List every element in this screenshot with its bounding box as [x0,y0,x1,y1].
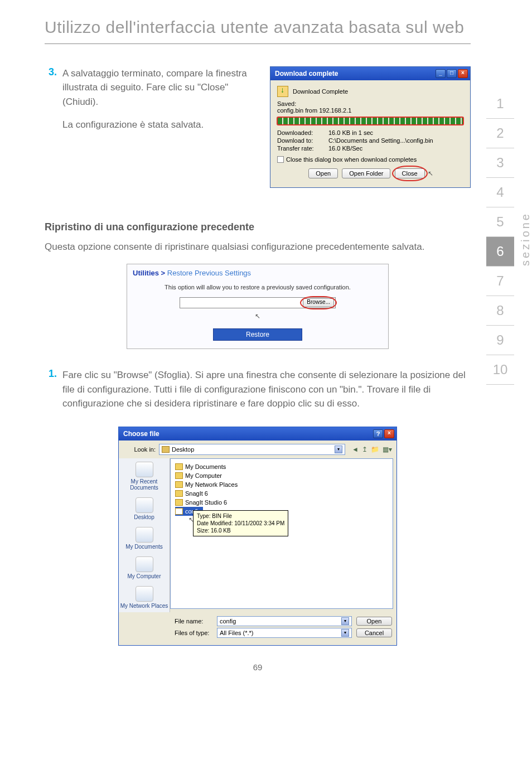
tooltip-size: Size: 16.0 KB [197,527,284,534]
places-bar: My Recent Documents Desktop My Documents… [119,458,170,612]
place-mycomputer-label: My Computer [127,573,161,579]
nav-3[interactable]: 3 [486,148,514,178]
place-mydocs-label: My Documents [125,544,163,550]
file-label: My Computer [185,472,222,479]
nav-7[interactable]: 7 [486,267,514,296]
restore-intro: Questa opzione consente di ripristinare … [45,240,471,254]
saved-value: config.bin from 192.168.2.1 [277,107,463,114]
nav-1[interactable]: 1 [486,89,514,119]
up-icon[interactable]: ↥ [362,446,367,453]
app-icon [175,499,183,506]
place-mydocs[interactable]: My Documents [119,524,170,553]
tooltip-type: Type: BIN File [197,512,284,520]
file-list[interactable]: My Documents My Computer My Network Plac… [170,458,393,609]
file-icon [175,508,183,515]
open-button[interactable]: Open [356,617,392,626]
file-label: SnagIt Studio 6 [185,499,227,506]
step-3-number: 3. [45,66,57,132]
folder-icon [175,463,183,470]
cursor-icon: ↖ [255,312,260,320]
saved-label: Saved: [277,100,463,107]
views-icon[interactable]: ▦▾ [383,446,392,453]
nav-5[interactable]: 5 [486,207,514,237]
network-icon [175,481,183,488]
place-recent[interactable]: My Recent Documents [119,458,170,494]
restore-description: This option will allow you to restore a … [133,284,383,291]
close-button[interactable]: Close [395,168,425,178]
look-in-label: Look in: [123,446,156,453]
filename-input[interactable]: config▾ [217,616,352,626]
restore-panel: Utilities > Restore Previous Settings Th… [127,264,389,349]
section-nav: 1 2 3 4 5 6 7 8 9 10 [486,89,514,385]
page-title: Utilizzo dell'interfaccia utente avanzat… [45,17,471,44]
list-item[interactable]: SnagIt 6 [175,489,388,498]
close-when-done-label: Close this dialog box when download comp… [286,156,417,163]
file-path-input[interactable]: Browse... [180,297,336,308]
look-in-value: Desktop [172,446,194,453]
place-recent-label: My Recent Documents [130,478,158,491]
downloaded-label: Downloaded: [277,129,325,136]
page-number: 69 [45,662,471,672]
dialog-title: Download complete [275,70,338,78]
cursor-icon: ↖ [428,170,433,177]
window-close-button[interactable]: × [384,429,394,438]
restore-button[interactable]: Restore [213,328,302,341]
nav-8[interactable]: 8 [486,296,514,326]
list-item[interactable]: My Computer [175,471,388,480]
open-folder-button[interactable]: Open Folder [342,168,390,178]
nav-10[interactable]: 10 [486,355,514,385]
cancel-button[interactable]: Cancel [356,628,392,637]
nav-4[interactable]: 4 [486,178,514,207]
network-icon [136,586,153,602]
app-icon [175,490,183,497]
place-mycomputer[interactable]: My Computer [119,553,170,583]
place-mynetwork[interactable]: My Network Places [119,583,170,612]
filetype-label: Files of type: [175,630,212,636]
download-to-label: Download to: [277,137,325,144]
download-complete-dialog: Download complete _ □ × Download Complet… [270,66,471,188]
dialog-titlebar: Download complete _ □ × [270,67,470,80]
chevron-down-icon[interactable]: ▾ [341,617,349,625]
nav-6[interactable]: 6 [486,237,514,267]
window-close-button[interactable]: × [458,69,468,78]
choose-file-title: Choose file [123,430,159,438]
progress-bar [277,117,463,125]
filetype-dropdown[interactable]: All Files (*.*)▾ [217,628,352,638]
choose-file-dialog: Choose file ? × Look in: Desktop ▾ ◄ ↥ 📁… [118,427,397,646]
step-1-text: Fare clic su "Browse" (Sfoglia). Si apre… [62,368,471,411]
filename-value: config [220,618,236,625]
nav-2[interactable]: 2 [486,119,514,148]
place-desktop[interactable]: Desktop [119,494,170,524]
downloaded-value: 16.0 KB in 1 sec [328,129,373,136]
help-button[interactable]: ? [373,429,383,438]
place-mynetwork-label: My Network Places [120,603,168,609]
chevron-down-icon[interactable]: ▾ [341,629,349,637]
mydocs-icon [136,527,153,543]
minimize-button[interactable]: _ [436,69,446,78]
list-item[interactable]: My Documents [175,462,388,471]
list-item[interactable]: SnagIt Studio 6 [175,498,388,507]
look-in-dropdown[interactable]: Desktop ▾ [159,444,345,455]
restore-heading: Ripristino di una configurazione precede… [45,221,471,233]
breadcrumb: Utilities > Restore Previous Settings [133,269,383,277]
desktop-icon [136,497,153,513]
file-label: My Network Places [185,481,238,488]
file-label: My Documents [185,463,226,470]
step-1-number: 1. [45,368,57,411]
file-label: SnagIt 6 [185,490,208,497]
file-tooltip: Type: BIN File Date Modified: 10/11/2002… [193,510,288,536]
list-item[interactable]: My Network Places [175,480,388,489]
close-when-done-checkbox[interactable] [277,156,284,163]
desktop-icon [162,446,170,453]
maximize-button[interactable]: □ [447,69,457,78]
download-icon [277,86,288,97]
section-nav-label: sezione [519,212,532,266]
new-folder-icon[interactable]: 📁 [371,446,379,453]
open-button[interactable]: Open [308,168,338,178]
browse-button[interactable]: Browse... [303,298,334,307]
computer-icon [175,472,183,479]
computer-icon [136,556,153,572]
back-icon[interactable]: ◄ [352,446,359,453]
breadcrumb-current: Restore Previous Settings [167,269,251,277]
nav-9[interactable]: 9 [486,326,514,355]
